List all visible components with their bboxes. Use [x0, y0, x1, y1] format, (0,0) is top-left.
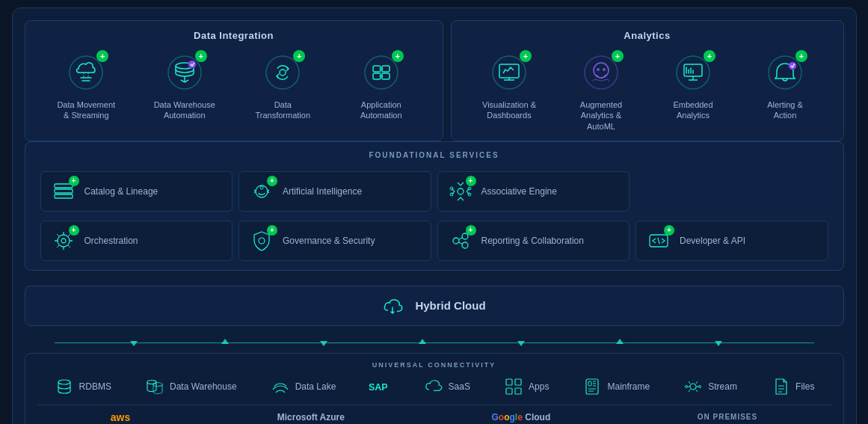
- apps-icon: [503, 376, 524, 397]
- foundational-label: FOUNDATIONAL SERVICES: [40, 151, 828, 159]
- icon-item-app-automation[interactable]: + ApplicationAutomation: [340, 52, 422, 121]
- main-container: Data Integration + Data Movem: [12, 7, 857, 424]
- conn-label-stream: Stream: [708, 381, 737, 392]
- label-app-automation: ApplicationAutomation: [360, 99, 402, 121]
- svg-point-19: [769, 56, 801, 89]
- plus-sm-reporting: +: [466, 225, 476, 236]
- conn-item-data-warehouse[interactable]: Data Warehouse: [144, 376, 237, 397]
- conn-item-stream[interactable]: Stream: [683, 376, 737, 397]
- icon-wrap-data-transform: +: [262, 52, 304, 93]
- foundational-item-catalog[interactable]: + Catalog & Lineage: [40, 171, 233, 212]
- svg-point-11: [493, 56, 526, 89]
- icon-item-data-transform[interactable]: + DataTransformation: [241, 52, 324, 121]
- foundational-item-ai[interactable]: + Artificial Intelligence: [238, 171, 431, 212]
- svg-point-31: [58, 235, 70, 247]
- svg-point-14: [594, 63, 609, 78]
- foundational-item-developer[interactable]: + Developer & API: [635, 221, 828, 261]
- stream-icon: [683, 376, 704, 397]
- arrow-2: [221, 339, 229, 344]
- foundational-label-ai: Artificial Intelligence: [283, 186, 362, 197]
- svg-rect-43: [515, 379, 521, 385]
- svg-point-48: [690, 384, 696, 390]
- plus-badge-data-movement: +: [96, 50, 108, 62]
- icon-item-alerting[interactable]: + Alerting &Action: [744, 52, 826, 121]
- svg-point-38: [58, 380, 70, 384]
- conn-label-data-lake: Data Lake: [295, 381, 336, 392]
- conn-item-files[interactable]: Files: [770, 376, 814, 397]
- svg-point-49: [686, 385, 688, 387]
- plus-sm-developer: +: [664, 225, 674, 236]
- foundational-label-associative: Associative Engine: [481, 186, 557, 197]
- svg-point-5: [280, 70, 286, 76]
- foundational-item-orchestration[interactable]: + Orchestration: [40, 221, 233, 261]
- conn-item-mainframe[interactable]: Mainframe: [582, 376, 650, 397]
- conn-item-data-lake[interactable]: Data Lake: [270, 376, 336, 397]
- arrow-3: [320, 341, 327, 346]
- icon-item-augmented[interactable]: + AugmentedAnalytics &AutoML: [560, 52, 642, 132]
- analytics-panel: Analytics + Visualization &Dashboards: [451, 20, 844, 141]
- svg-rect-23: [55, 194, 73, 198]
- hybrid-section-wrapper: Hybrid Cloud: [25, 280, 844, 332]
- plus-sm-governance: +: [267, 225, 277, 236]
- svg-point-4: [266, 56, 299, 89]
- svg-point-39: [147, 380, 156, 384]
- catalog-icon: +: [50, 178, 77, 205]
- svg-point-3: [188, 61, 196, 68]
- icon-item-data-movement[interactable]: + Data Movement& Streaming: [45, 52, 127, 121]
- svg-point-16: [603, 68, 606, 71]
- conn-item-sap[interactable]: SAP: [369, 376, 390, 397]
- svg-rect-44: [506, 388, 512, 394]
- foundational-label-orchestration: Orchestration: [84, 236, 138, 246]
- provider-google: Google Cloud: [491, 412, 550, 423]
- label-alerting: Alerting &Action: [767, 99, 803, 121]
- svg-point-36: [462, 242, 468, 248]
- conn-item-saas[interactable]: SaaS: [423, 376, 470, 397]
- arrow-5: [517, 341, 525, 346]
- label-visualization: Visualization &Dashboards: [482, 99, 536, 121]
- conn-label-apps: Apps: [529, 381, 549, 392]
- foundational-label-reporting: Reporting & Collaboration: [481, 236, 584, 246]
- conn-item-rdbms[interactable]: RDBMS: [54, 376, 111, 397]
- svg-point-34: [453, 238, 459, 244]
- svg-point-40: [153, 382, 162, 386]
- foundational-item-reporting[interactable]: + Reporting & Collaboration: [437, 221, 630, 261]
- plus-badge-alerting: +: [795, 50, 807, 62]
- svg-point-25: [260, 186, 263, 189]
- svg-text:SAP: SAP: [369, 382, 388, 393]
- orchestration-icon: +: [50, 227, 77, 254]
- svg-rect-22: [55, 189, 73, 193]
- svg-rect-47: [588, 381, 591, 386]
- label-embedded: EmbeddedAnalytics: [673, 99, 712, 121]
- developer-icon: +: [645, 227, 672, 254]
- connectivity-label: UNIVERSAL CONNECTIVITY: [37, 361, 831, 369]
- rdbms-icon: [54, 376, 75, 397]
- connectivity-arrows: [55, 332, 814, 353]
- icon-item-visualization[interactable]: + Visualization &Dashboards: [468, 52, 550, 121]
- svg-point-33: [259, 238, 265, 244]
- foundational-item-governance[interactable]: + Governance & Security: [238, 221, 431, 261]
- conn-item-apps[interactable]: Apps: [503, 376, 549, 397]
- data-integration-header: Data Integration: [37, 30, 431, 41]
- label-data-warehouse-auto: Data WarehouseAutomation: [154, 99, 215, 121]
- icon-wrap-app-automation: +: [360, 52, 402, 93]
- provider-onprem: ON PREMISES: [698, 413, 757, 421]
- svg-point-20: [789, 62, 796, 70]
- svg-point-24: [256, 185, 268, 197]
- provider-aws: aws: [111, 411, 130, 423]
- mainframe-icon: [582, 376, 603, 397]
- icon-item-data-warehouse-auto[interactable]: + Data WarehouseAutomation: [144, 52, 226, 121]
- label-augmented: AugmentedAnalytics &AutoML: [580, 99, 622, 132]
- svg-rect-46: [586, 379, 598, 394]
- icon-item-embedded[interactable]: + EmbeddedAnalytics: [652, 52, 734, 121]
- arrow-6: [616, 339, 624, 344]
- icon-wrap-visualization: +: [488, 52, 530, 93]
- svg-point-15: [597, 68, 600, 71]
- cloud-providers: aws Microsoft Azure Google Cloud ON PREM…: [37, 405, 831, 423]
- foundational-item-associative[interactable]: + Associative Engine: [437, 171, 630, 212]
- foundational-label-catalog: Catalog & Lineage: [84, 186, 158, 197]
- svg-rect-45: [515, 388, 521, 394]
- foundational-section: FOUNDATIONAL SERVICES + Catalog & Lineag…: [25, 141, 844, 271]
- associative-icon: +: [447, 178, 474, 205]
- plus-badge-visualization: +: [520, 50, 532, 62]
- hybrid-section[interactable]: Hybrid Cloud: [25, 286, 844, 326]
